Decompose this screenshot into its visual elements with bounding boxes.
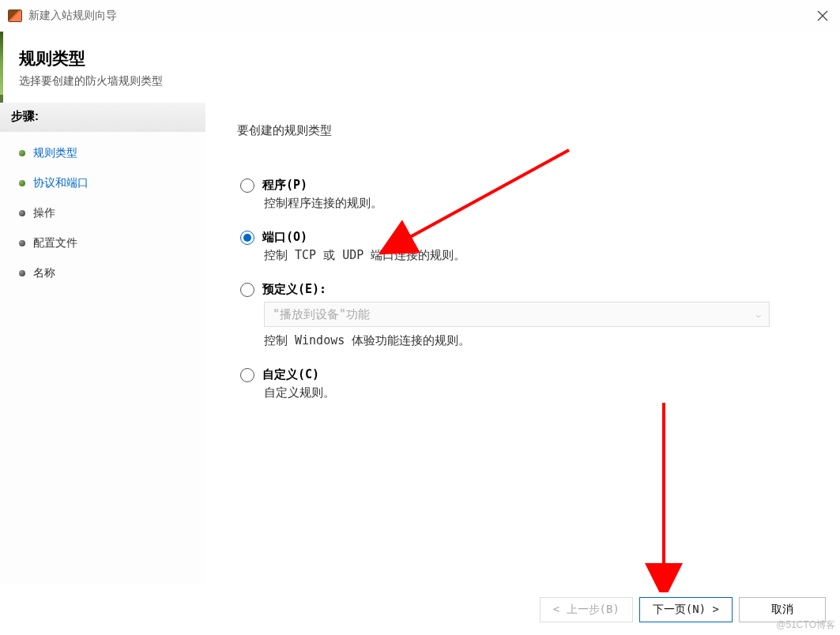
radio-predefined[interactable] <box>240 283 254 297</box>
radio-label[interactable]: 端口(O) <box>262 230 307 245</box>
radio-custom[interactable] <box>240 368 254 382</box>
radio-option-predefined: 预定义(E): "播放到设备"功能 ⌵ 控制 Windows 体验功能连接的规则… <box>240 282 808 348</box>
chevron-down-icon: ⌵ <box>755 310 761 320</box>
next-button[interactable]: 下一页(N) > <box>639 597 733 622</box>
rule-type-radio-group: 程序(P) 控制程序连接的规则。 端口(O) 控制 TCP 或 UDP 端口连接… <box>237 178 808 400</box>
titlebar: 新建入站规则向导 <box>0 0 840 32</box>
radio-label[interactable]: 预定义(E): <box>262 282 326 297</box>
page-title: 规则类型 <box>19 47 824 70</box>
step-label: 规则类型 <box>33 146 77 160</box>
main-panel: 要创建的规则类型 程序(P) 控制程序连接的规则。 端口(O) 控制 TCP 或… <box>205 103 840 584</box>
radio-label[interactable]: 程序(P) <box>262 178 307 193</box>
radio-option-program: 程序(P) 控制程序连接的规则。 <box>240 178 808 211</box>
radio-desc: 控制程序连接的规则。 <box>240 196 808 211</box>
wizard-footer: < 上一步(B) 下一页(N) > 取消 <box>0 584 840 635</box>
step-label: 操作 <box>33 206 55 220</box>
step-label: 名称 <box>33 266 55 280</box>
radio-option-custom: 自定义(C) 自定义规则。 <box>240 367 808 400</box>
panel-title: 要创建的规则类型 <box>237 123 808 138</box>
radio-desc: 控制 TCP 或 UDP 端口连接的规则。 <box>240 248 808 263</box>
radio-option-port: 端口(O) 控制 TCP 或 UDP 端口连接的规则。 <box>240 230 808 263</box>
header-accent <box>0 32 3 95</box>
steps-heading: 步骤: <box>0 103 205 132</box>
step-name[interactable]: 名称 <box>0 258 205 288</box>
back-button: < 上一步(B) <box>540 597 633 622</box>
close-button[interactable] <box>813 6 832 25</box>
bullet-icon <box>19 240 25 246</box>
firewall-icon <box>8 9 22 22</box>
close-icon <box>817 10 828 21</box>
step-label: 配置文件 <box>33 236 77 250</box>
radio-program[interactable] <box>240 178 254 193</box>
bullet-icon <box>19 210 25 216</box>
steps-sidebar: 步骤: 规则类型 协议和端口 操作 配置文件 <box>0 103 205 584</box>
predefined-dropdown: "播放到设备"功能 ⌵ <box>264 302 770 327</box>
step-profile[interactable]: 配置文件 <box>0 228 205 258</box>
radio-label[interactable]: 自定义(C) <box>262 367 319 382</box>
step-action[interactable]: 操作 <box>0 198 205 228</box>
radio-desc: 自定义规则。 <box>240 385 808 400</box>
bullet-icon <box>19 270 25 276</box>
radio-desc: 控制 Windows 体验功能连接的规则。 <box>240 333 808 348</box>
window-title: 新建入站规则向导 <box>28 9 117 23</box>
bullet-icon <box>19 180 25 186</box>
page-subtitle: 选择要创建的防火墙规则类型 <box>19 74 824 88</box>
bullet-icon <box>19 150 25 156</box>
dropdown-value: "播放到设备"功能 <box>273 307 370 322</box>
watermark: @51CTO博客 <box>776 618 835 632</box>
wizard-header: 规则类型 选择要创建的防火墙规则类型 <box>0 32 840 103</box>
step-label: 协议和端口 <box>33 176 89 190</box>
step-list: 规则类型 协议和端口 操作 配置文件 名称 <box>0 132 205 288</box>
radio-port[interactable] <box>240 231 254 245</box>
step-rule-type[interactable]: 规则类型 <box>0 138 205 168</box>
step-protocol-port[interactable]: 协议和端口 <box>0 168 205 198</box>
